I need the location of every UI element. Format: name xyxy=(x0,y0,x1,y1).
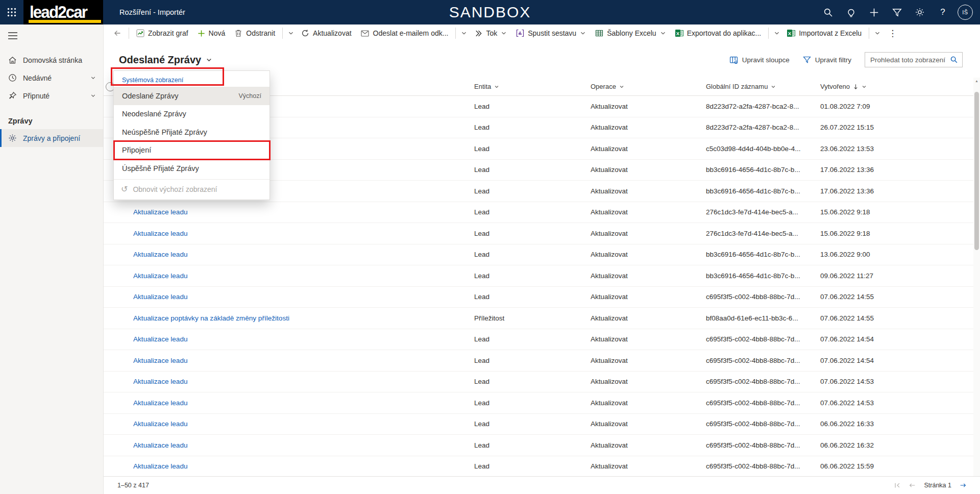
row-record-id: bb3c6916-4656-4d1c-8b7c-b... xyxy=(706,166,820,174)
column-header-entity[interactable]: Entita xyxy=(474,83,591,90)
command-overflow-icon[interactable]: ⋮ xyxy=(883,28,902,39)
show-chart-button[interactable]: Zobrazit graf xyxy=(132,26,193,41)
sidebar-item-home[interactable]: Domovská stránka xyxy=(0,51,103,69)
area-switcher[interactable]: Rozšíření - Importér xyxy=(119,8,185,16)
table-row[interactable]: Aktualizace leadu Lead Aktualizovat c695… xyxy=(104,435,973,456)
logo-underline xyxy=(29,20,101,23)
table-row[interactable]: Aktualizace leadu Lead Aktualizovat bb3c… xyxy=(104,265,973,287)
row-operation: Aktualizovat xyxy=(591,441,706,449)
table-icon xyxy=(595,29,603,37)
column-header-record-id[interactable]: Globální ID záznamu xyxy=(706,83,820,90)
settings-gear-icon[interactable] xyxy=(912,4,928,20)
row-created: 15.06.2022 9:18 xyxy=(820,230,973,237)
delete-more-chevron[interactable] xyxy=(285,26,297,41)
row-name-link[interactable]: Aktualizace leadu xyxy=(133,462,188,470)
import-more-chevron[interactable] xyxy=(872,26,883,41)
new-button[interactable]: Nová xyxy=(193,26,230,41)
row-name-link[interactable]: Aktualizace leadu xyxy=(133,357,188,364)
scroll-up-arrow[interactable]: ▲ xyxy=(973,78,980,83)
dropdown-item-successful-received-messages[interactable]: Úspěšně Přijaté Zprávy xyxy=(114,159,270,178)
row-name-link[interactable]: Aktualizace leadu xyxy=(133,420,188,428)
edit-filters-button[interactable]: Upravit filtry xyxy=(803,56,851,64)
filter-icon[interactable] xyxy=(889,4,905,20)
previous-page-button[interactable] xyxy=(909,482,916,489)
row-name-link[interactable]: Aktualizace leadu xyxy=(133,378,188,385)
row-operation: Aktualizovat xyxy=(591,124,706,131)
table-row[interactable]: Aktualizace leadu Lead Aktualizovat c695… xyxy=(104,414,973,435)
edit-columns-icon xyxy=(729,56,738,64)
dropdown-item-connections[interactable]: Připojení xyxy=(114,141,270,160)
pin-icon xyxy=(8,91,17,100)
command-bar: Zobrazit graf Nová Odstranit Aktualizova… xyxy=(104,24,980,42)
waffle-menu-icon[interactable] xyxy=(0,0,23,24)
plus-icon[interactable] xyxy=(866,4,882,20)
back-button[interactable] xyxy=(109,26,126,41)
row-name-link[interactable]: Aktualizace leadu xyxy=(133,251,188,258)
excel-templates-button[interactable]: Šablony Excelu xyxy=(591,26,671,41)
row-record-id: 8d223d72-a2fa-4287-bca2-8... xyxy=(706,124,820,131)
row-name-link[interactable]: Aktualizace leadu xyxy=(133,399,188,407)
refresh-button[interactable]: Aktualizovat xyxy=(297,26,356,41)
table-row[interactable]: Aktualizace leadu Lead Aktualizovat 276c… xyxy=(104,223,973,244)
dropdown-item-failed-received-messages[interactable]: Neúspěšně Přijaté Zprávy xyxy=(114,123,270,141)
table-row[interactable]: Aktualizace leadu Lead Aktualizovat 276c… xyxy=(104,202,973,224)
dropdown-item-unsent-messages[interactable]: Neodeslané Zprávy xyxy=(114,105,270,124)
table-row[interactable]: Aktualizace leadu Lead Aktualizovat c695… xyxy=(104,350,973,372)
chevron-down-icon xyxy=(660,30,666,36)
table-row[interactable]: Aktualizace leadu Lead Aktualizovat c695… xyxy=(104,287,973,308)
run-report-button[interactable]: Spustit sestavu xyxy=(511,26,591,41)
chevron-down-icon xyxy=(494,84,499,89)
row-name-link[interactable]: Aktualizace leadu xyxy=(133,335,188,343)
table-row[interactable]: Aktualizace leadu Lead Aktualizovat c695… xyxy=(104,329,973,351)
flow-button[interactable]: Tok xyxy=(470,26,511,41)
row-name-link[interactable]: Aktualizace leadu xyxy=(133,230,188,237)
row-name-link[interactable]: Aktualizace poptávky na základě změny př… xyxy=(133,314,289,322)
sidebar-item-pinned[interactable]: Připnuté xyxy=(0,87,103,105)
email-link-button[interactable]: Odeslat e-mailem odk... xyxy=(356,26,453,41)
table-row[interactable]: Aktualizace leadu Lead Aktualizovat c695… xyxy=(104,392,973,414)
row-name-link[interactable]: Aktualizace leadu xyxy=(133,441,188,449)
search-icon[interactable] xyxy=(820,4,836,20)
reset-default-view-button[interactable]: ↺ Obnovit výchozí zobrazení xyxy=(114,181,270,197)
view-search-box[interactable] xyxy=(865,52,963,67)
row-name-link[interactable]: Aktualizace leadu xyxy=(133,208,188,216)
user-avatar[interactable]: IŠ xyxy=(958,5,973,20)
edit-columns-button[interactable]: Upravit sloupce xyxy=(729,56,790,64)
envelope-icon xyxy=(361,30,370,37)
vertical-scrollbar[interactable]: ▲ xyxy=(973,78,980,476)
export-excel-button[interactable]: X Exportovat do aplikac... xyxy=(671,26,766,41)
column-header-created[interactable]: Vytvořeno xyxy=(820,83,973,90)
row-name-link[interactable]: Aktualizace leadu xyxy=(133,272,188,280)
row-operation: Aktualizovat xyxy=(591,103,706,110)
row-record-id: c695f3f5-c002-4bb8-88bc-7d... xyxy=(706,357,820,364)
environment-banner: SANDBOX xyxy=(449,4,531,21)
sidebar-item-label: Připnuté xyxy=(23,92,50,100)
table-row[interactable]: Aktualizace leadu Lead Aktualizovat bb3c… xyxy=(104,244,973,266)
sidebar-collapse-button[interactable] xyxy=(0,24,103,47)
excel-icon: X xyxy=(787,29,795,37)
dropdown-item-sent-messages[interactable]: Odeslané Zprávy Výchozí xyxy=(114,87,270,105)
sidebar-item-messages-connections[interactable]: Zprávy a připojení xyxy=(0,129,103,147)
column-header-operation[interactable]: Operace xyxy=(591,83,706,90)
help-icon[interactable]: ? xyxy=(935,4,951,20)
app-logo[interactable]: lead2car xyxy=(23,0,103,24)
first-page-button[interactable] xyxy=(894,482,901,489)
view-selector[interactable]: Odeslané Zprávy xyxy=(119,54,212,66)
view-search-input[interactable] xyxy=(870,56,950,64)
table-row[interactable]: Aktualizace poptávky na základě změny př… xyxy=(104,308,973,329)
email-more-chevron[interactable] xyxy=(458,26,470,41)
row-created: 06.06.2022 15:59 xyxy=(820,462,973,470)
import-excel-button[interactable]: X Importovat z Excelu xyxy=(782,26,866,41)
scrollbar-thumb[interactable] xyxy=(974,92,979,250)
chevron-down-icon xyxy=(771,84,776,89)
row-name-link[interactable]: Aktualizace leadu xyxy=(133,293,188,301)
sidebar-item-recent[interactable]: Nedávné xyxy=(0,69,103,87)
lightbulb-icon[interactable] xyxy=(843,4,859,20)
table-row[interactable]: Aktualizace leadu Lead Aktualizovat c695… xyxy=(104,456,973,477)
top-navigation-bar: lead2car Rozšíření - Importér SANDBOX ? … xyxy=(0,0,980,24)
next-page-button[interactable] xyxy=(959,482,967,489)
table-row[interactable]: Aktualizace leadu Lead Aktualizovat c695… xyxy=(104,372,973,393)
export-more-chevron[interactable] xyxy=(771,26,782,41)
delete-button[interactable]: Odstranit xyxy=(230,26,280,41)
chevron-down-icon xyxy=(206,57,212,63)
